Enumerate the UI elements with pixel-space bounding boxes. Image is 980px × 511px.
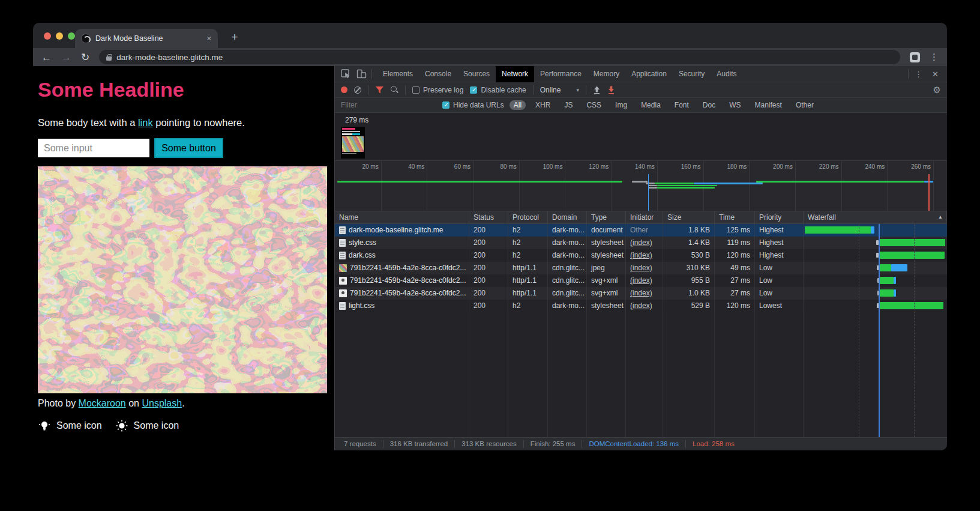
browser-menu-icon[interactable]: ⋮ xyxy=(930,52,939,62)
column-header-size[interactable]: Size xyxy=(663,211,715,223)
devtools-tab-console[interactable]: Console xyxy=(419,66,457,82)
network-request-row[interactable]: dark.css200h2dark-mo...stylesheet(index)… xyxy=(335,249,947,262)
filter-input[interactable] xyxy=(341,101,437,109)
column-header-label: Size xyxy=(667,213,681,222)
tab-close-icon[interactable]: ✕ xyxy=(206,35,212,43)
hide-data-urls-box[interactable] xyxy=(442,101,449,109)
disable-cache-checkbox[interactable]: Disable cache xyxy=(470,86,526,94)
cell-time: 27 ms xyxy=(715,274,755,287)
network-overview-timeline[interactable]: 20 ms40 ms60 ms80 ms100 ms120 ms140 ms16… xyxy=(335,161,947,211)
devtools-tab-memory[interactable]: Memory xyxy=(588,66,625,82)
filter-type-other[interactable]: Other xyxy=(792,100,818,110)
mockaroon-link[interactable]: Mockaroon xyxy=(79,398,126,408)
inspect-element-icon[interactable] xyxy=(341,69,351,79)
network-request-row[interactable]: style.css200h2dark-mo...stylesheet(index… xyxy=(335,237,947,249)
initiator-link[interactable]: (index) xyxy=(630,249,652,262)
back-icon[interactable]: ← xyxy=(41,52,52,62)
initiator-link[interactable]: (index) xyxy=(630,262,652,274)
devtools-tab-sources[interactable]: Sources xyxy=(457,66,496,82)
column-header-label: Name xyxy=(339,213,358,222)
column-header-time[interactable]: Time xyxy=(715,211,755,223)
web-page: Some Headline Some body text with a link… xyxy=(33,66,334,450)
cell-status: 200 xyxy=(469,237,508,249)
cell-time: 49 ms xyxy=(715,262,755,274)
initiator-link[interactable]: (index) xyxy=(630,274,652,287)
filter-type-font[interactable]: Font xyxy=(670,100,693,110)
column-header-priority[interactable]: Priority xyxy=(755,211,804,223)
body-link[interactable]: link xyxy=(138,117,153,128)
devtools-tab-elements[interactable]: Elements xyxy=(377,66,419,82)
hide-data-urls-checkbox[interactable]: Hide data URLs xyxy=(442,101,504,109)
filter-type-xhr[interactable]: XHR xyxy=(531,100,555,110)
cell-type: document xyxy=(587,224,626,237)
status-313-kb-resources: 313 KB resources xyxy=(454,440,523,448)
record-network-log-icon[interactable] xyxy=(341,86,347,93)
device-toolbar-icon[interactable] xyxy=(356,69,367,79)
throttling-dropdown[interactable]: Online ▾ xyxy=(540,86,579,94)
overview-tick-label: 40 ms xyxy=(408,163,427,170)
some-input-field[interactable] xyxy=(38,139,149,157)
gear-icon[interactable]: ⚙ xyxy=(933,85,941,95)
devtools-tab-network[interactable]: Network xyxy=(496,66,534,82)
status-7-requests: 7 requests xyxy=(337,440,383,448)
filter-type-img[interactable]: Img xyxy=(611,100,631,110)
devtools-tab-performance[interactable]: Performance xyxy=(534,66,588,82)
column-header-type[interactable]: Type xyxy=(587,211,626,223)
cell-time: 119 ms xyxy=(715,237,755,249)
column-header-name[interactable]: Name xyxy=(335,211,469,223)
filter-type-ws[interactable]: WS xyxy=(725,100,745,110)
column-header-protocol[interactable]: Protocol xyxy=(508,211,548,223)
reload-icon[interactable]: ↻ xyxy=(81,52,89,62)
minimize-window-button[interactable] xyxy=(56,32,63,40)
devtools-menu-icon[interactable]: ⋮ xyxy=(911,70,926,79)
network-request-row[interactable]: 791b2241-459b-4a2e-8cca-c0fdc2...200http… xyxy=(335,274,947,287)
preserve-log-box[interactable] xyxy=(412,86,419,94)
export-har-icon[interactable] xyxy=(607,86,615,94)
some-button[interactable]: Some button xyxy=(154,138,223,158)
cell-waterfall xyxy=(804,287,947,300)
unsplash-link[interactable]: Unsplash xyxy=(142,398,182,408)
profile-badge-icon[interactable] xyxy=(910,52,920,62)
new-tab-button[interactable]: + xyxy=(226,29,243,47)
column-header-status[interactable]: Status xyxy=(469,211,508,223)
forward-icon[interactable]: → xyxy=(61,52,71,62)
network-request-row[interactable]: 791b2241-459b-4a2e-8cca-c0fdc2...200http… xyxy=(335,262,947,274)
column-divider xyxy=(663,312,663,437)
filter-type-css[interactable]: CSS xyxy=(582,100,606,110)
overview-bar-segment xyxy=(632,181,648,183)
filter-type-media[interactable]: Media xyxy=(637,100,665,110)
preserve-log-checkbox[interactable]: Preserve log xyxy=(412,86,463,94)
disable-cache-box[interactable] xyxy=(470,86,477,94)
cell-type: svg+xml xyxy=(587,287,626,300)
clear-network-log-icon[interactable] xyxy=(354,86,361,94)
filter-type-manifest[interactable]: Manifest xyxy=(751,100,786,110)
network-request-row[interactable]: dark-mode-baseline.glitch.me200h2dark-mo… xyxy=(335,224,947,237)
devtools-tab-application[interactable]: Application xyxy=(625,66,673,82)
initiator-link[interactable]: (index) xyxy=(630,300,652,312)
cell-status: 200 xyxy=(469,300,508,312)
browser-tab[interactable]: Dark Mode Baseline ✕ xyxy=(75,29,218,48)
network-request-row[interactable]: 791b2241-459b-4a2e-8cca-c0fdc2...200http… xyxy=(335,287,947,300)
url-omnibox[interactable]: dark-mode-baseline.glitch.me xyxy=(99,50,900,64)
devtools-close-icon[interactable]: ✕ xyxy=(928,70,942,79)
filter-funnel-icon[interactable] xyxy=(375,86,384,94)
filter-type-all[interactable]: All xyxy=(510,100,526,110)
devtools-tab-security[interactable]: Security xyxy=(673,66,711,82)
filter-type-doc[interactable]: Doc xyxy=(699,100,720,110)
overview-gridline xyxy=(565,161,565,211)
network-request-row[interactable]: light.css200h2dark-mo...stylesheet(index… xyxy=(335,300,947,312)
initiator-link[interactable]: (index) xyxy=(630,237,652,249)
devtools-tab-audits[interactable]: Audits xyxy=(711,66,742,82)
filmstrip-thumbnail[interactable] xyxy=(341,127,365,159)
import-har-icon[interactable] xyxy=(593,86,601,94)
initiator-link[interactable]: (index) xyxy=(630,287,652,300)
filter-type-js[interactable]: JS xyxy=(560,100,577,110)
search-network-icon[interactable] xyxy=(391,86,398,94)
request-name: style.css xyxy=(349,237,376,249)
close-window-button[interactable] xyxy=(44,32,51,40)
column-header-initiator[interactable]: Initiator xyxy=(626,211,663,223)
column-header-waterfall[interactable]: Waterfall▲ xyxy=(804,211,947,223)
cell-status: 200 xyxy=(469,274,508,287)
maximize-window-button[interactable] xyxy=(68,32,75,40)
column-header-domain[interactable]: Domain xyxy=(548,211,587,223)
